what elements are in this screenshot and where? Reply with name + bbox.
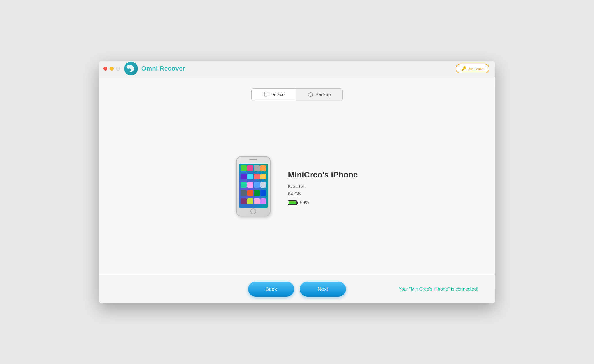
app-icon-5	[247, 174, 253, 180]
tab-backup[interactable]: Backup	[296, 89, 342, 101]
device-storage: 64 GB	[288, 191, 358, 197]
close-button[interactable]	[103, 67, 107, 71]
back-button[interactable]: Back	[248, 282, 294, 297]
backup-tab-label: Backup	[315, 92, 331, 97]
bottom-bar: Back Next Your "MiniCreo's iPhone" is co…	[99, 275, 495, 303]
battery-percentage: 99%	[300, 200, 309, 205]
device-info: MiniCreo's iPhone iOS11.4 64 GB 99%	[288, 170, 358, 205]
app-icon-6	[254, 174, 260, 180]
logo-icon	[124, 61, 138, 76]
device-tab-label: Device	[271, 92, 285, 97]
app-icon-3	[260, 165, 266, 171]
main-content: Device Backup	[99, 77, 495, 275]
iphone-illustration	[236, 156, 273, 219]
app-icon-4	[241, 174, 247, 180]
app-icon-10	[254, 182, 260, 188]
minimize-button[interactable]	[110, 67, 114, 71]
battery-icon	[288, 200, 297, 205]
device-tab-icon	[263, 92, 268, 98]
tab-device[interactable]: Device	[252, 89, 296, 101]
battery-row: 99%	[288, 200, 358, 205]
app-icon-18	[254, 198, 260, 204]
app-icon-19	[260, 198, 266, 204]
app-icon-17	[247, 198, 253, 204]
app-icon-11	[260, 182, 266, 188]
backup-tab-icon	[308, 92, 313, 98]
device-area: MiniCreo's iPhone iOS11.4 64 GB 99%	[99, 101, 495, 275]
tabs-container: Device Backup	[251, 88, 342, 101]
device-name: MiniCreo's iPhone	[288, 170, 358, 179]
app-grid	[240, 165, 267, 207]
iphone-speaker	[249, 159, 257, 160]
activate-label: Activate	[468, 66, 484, 71]
activate-button[interactable]: 🔑 Activate	[456, 64, 489, 73]
logo-area: Omni Recover	[124, 61, 185, 76]
activate-icon: 🔑	[461, 66, 467, 71]
device-card: MiniCreo's iPhone iOS11.4 64 GB 99%	[236, 156, 358, 219]
logo-text: Omni Recover	[141, 65, 185, 72]
svg-rect-1	[264, 92, 267, 96]
app-icon-2	[254, 165, 260, 171]
main-window: Omni Recover 🔑 Activate Device	[99, 61, 495, 303]
battery-body	[288, 200, 297, 205]
traffic-lights	[103, 67, 120, 71]
app-icon-8	[241, 182, 247, 188]
app-icon-14	[254, 190, 260, 196]
next-button[interactable]: Next	[300, 282, 346, 297]
app-icon-15	[260, 190, 266, 196]
app-icon-13	[247, 190, 253, 196]
app-icon-9	[247, 182, 253, 188]
app-icon-0	[241, 165, 247, 171]
app-icon-16	[241, 198, 247, 204]
app-icon-1	[247, 165, 253, 171]
iphone-screen	[239, 164, 268, 208]
iphone-body	[236, 156, 271, 216]
connection-status: Your "MiniCreo's iPhone" is connected!	[399, 286, 478, 292]
battery-fill	[289, 201, 296, 204]
maximize-button[interactable]	[116, 67, 120, 71]
device-ios: iOS11.4	[288, 184, 358, 189]
app-icon-12	[241, 190, 247, 196]
app-icon-7	[260, 174, 266, 180]
iphone-home-button	[250, 208, 256, 214]
title-bar: Omni Recover 🔑 Activate	[99, 61, 495, 77]
